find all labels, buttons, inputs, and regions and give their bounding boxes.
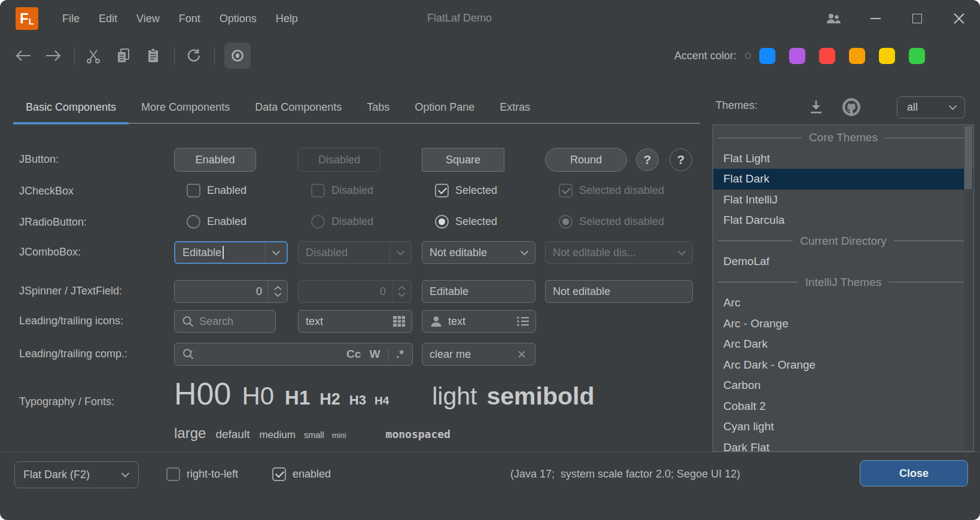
help-button-outline[interactable]: ? [669,148,692,171]
checkbox-icon [311,184,325,197]
jspinner-row-label: JSpinner / JTextField: [19,285,122,297]
regex-button[interactable]: .* [396,348,404,361]
textfield-value: Editable [430,285,468,298]
enabled-checkbox[interactable]: enabled [272,467,331,481]
combobox-not-editable[interactable]: Not editable [422,241,535,264]
combobox-arrow-button[interactable] [265,242,287,263]
typography-headings: H00 H0 H1 H2 H3 H4 light semibold [174,376,594,412]
search-field-with-options[interactable]: Cc W .* [174,343,413,366]
theme-item-arc-dark-orange[interactable]: Arc Dark - Orange [713,355,973,376]
textfield-editable[interactable]: Editable [422,280,535,303]
search-with-menu-icon[interactable] [182,348,196,361]
accent-swatch-blue[interactable] [759,48,775,64]
selected-tab-underline [13,122,129,124]
accent-swatch-orange[interactable] [849,48,865,64]
theme-item-flat-intellij[interactable]: Flat IntelliJ [713,190,973,211]
radio-enabled[interactable]: Enabled [187,215,246,229]
tab-more-components[interactable]: More Components [129,90,242,124]
accent-swatch-red[interactable] [819,48,835,64]
textfield-trailing-table[interactable]: text [298,310,412,333]
close-button[interactable]: Close [860,460,968,486]
tab-tabs[interactable]: Tabs [354,90,402,124]
whole-word-button[interactable]: W [369,348,380,361]
spinner[interactable]: 0 [174,280,288,303]
refresh-icon[interactable] [184,47,202,65]
theme-item-flat-light[interactable]: Flat Light [713,148,973,169]
toolbar-separator [174,47,175,64]
textfield-leading-user[interactable]: text [422,310,536,333]
combobox-editable[interactable]: Editable [174,241,288,264]
theme-item-cobalt-2[interactable]: Cobalt 2 [713,396,973,417]
spinner-buttons[interactable] [268,281,287,302]
theme-item-flat-dark[interactable]: Flat Dark [713,169,973,190]
themes-scrollbar[interactable] [964,126,973,451]
title-bar: FL File Edit View Font Options Help Flat… [0,0,980,37]
checkbox-selected[interactable]: Selected [435,184,497,197]
accent-swatch-purple[interactable] [789,48,805,64]
menu-edit[interactable]: Edit [89,13,127,25]
paste-icon[interactable] [144,47,162,65]
small-sample: small [304,430,324,440]
tab-option-pane[interactable]: Option Pane [402,90,487,124]
theme-item-cyan-light[interactable]: Cyan light [713,416,973,437]
users-icon[interactable] [812,0,854,37]
cut-icon[interactable] [84,47,102,65]
theme-item-arc[interactable]: Arc [713,293,973,314]
checkbox-enabled[interactable]: Enabled [187,184,246,197]
close-window-button[interactable] [938,0,980,37]
square-button[interactable]: Square [422,148,504,172]
menu-help[interactable]: Help [266,13,308,25]
scrollbar-thumb[interactable] [964,126,972,189]
menu-file[interactable]: File [53,13,89,25]
chevron-down-icon [396,250,405,256]
accent-color-group: Accent color: [674,37,925,74]
textfield-value: clear me [430,348,471,361]
show-hidden-toggle-button[interactable] [224,42,251,69]
clear-icon[interactable]: ✕ [517,348,526,361]
combobox-arrow-button [671,242,692,263]
radio-label: Selected [455,215,497,228]
theme-item-demolaf[interactable]: DemoLaf [713,251,973,272]
menu-font[interactable]: Font [169,13,210,25]
list-icon[interactable] [516,315,529,327]
semibold-sample: semibold [486,382,594,410]
maximize-button[interactable] [896,0,938,37]
forward-icon[interactable] [44,47,62,65]
match-case-button[interactable]: Cc [346,348,361,361]
menu-view[interactable]: View [127,13,169,25]
back-icon[interactable] [14,47,32,65]
right-to-left-checkbox[interactable]: right-to-left [166,467,238,481]
theme-item-arc-orange[interactable]: Arc - Orange [713,314,973,334]
checkbox-label: Disabled [331,184,373,197]
help-button[interactable]: ? [636,148,659,171]
accent-swatch-yellow[interactable] [879,48,895,64]
themes-filter-combobox[interactable]: all [897,96,965,118]
accent-swatch-green[interactable] [909,48,925,64]
laf-selector-combobox[interactable]: Flat Dark (F2) [14,461,139,488]
theme-item-flat-darcula[interactable]: Flat Darcula [713,210,973,231]
copy-icon[interactable] [114,47,132,65]
spinner-value[interactable]: 0 [175,285,268,298]
help-glyph: ? [677,153,685,167]
theme-item-carbon[interactable]: Carbon [713,375,973,396]
search-field[interactable]: Search [174,310,276,333]
round-button[interactable]: Round [545,148,627,172]
tab-extras[interactable]: Extras [487,90,543,124]
chevron-down-icon [274,293,282,297]
theme-item-dark-flat[interactable]: Dark Flat [713,437,973,452]
github-icon[interactable] [841,97,862,117]
chevron-down-icon [398,293,406,297]
jradiobutton-row-label: JRadioButton: [19,216,87,229]
radio-selected[interactable]: Selected [435,215,497,229]
table-icon[interactable] [392,315,406,327]
combobox-arrow-button[interactable] [513,242,535,263]
clearable-textfield[interactable]: clear me ✕ [422,343,535,366]
menu-options[interactable]: Options [210,13,266,25]
download-icon[interactable] [808,99,824,115]
minimize-button[interactable] [854,0,896,37]
tab-data-components[interactable]: Data Components [242,90,354,124]
enabled-button[interactable]: Enabled [174,148,256,172]
tab-basic-components[interactable]: Basic Components [13,90,129,124]
search-placeholder: Search [199,315,233,328]
theme-item-arc-dark[interactable]: Arc Dark [713,334,973,355]
